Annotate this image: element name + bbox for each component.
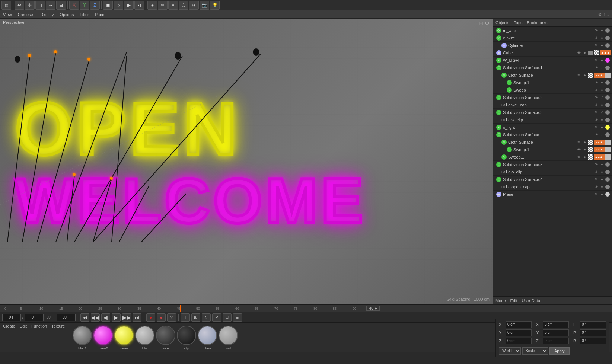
coord-b-input[interactable] — [580, 338, 606, 344]
om-item-subdiv6[interactable]: ⬡ Subdivision Surface.4 👁 ● — [493, 176, 612, 183]
render-btn[interactable]: ▷ — [114, 1, 123, 10]
undo-btn[interactable]: ↩ — [15, 1, 24, 10]
coord-sx-input[interactable] — [543, 321, 569, 328]
material-neon2[interactable]: neon2 — [93, 326, 113, 350]
visibility-cam-icon[interactable]: 👁 — [593, 28, 599, 33]
material-clip[interactable]: clip — [177, 326, 196, 350]
menu-filter[interactable]: Filter — [80, 12, 89, 17]
om-item-subdiv2[interactable]: ⬡ Subdivision Surface.2 👁 ✓ — [493, 94, 612, 101]
coord-y-input[interactable] — [506, 329, 532, 336]
mode-btn-edit[interactable]: Edit — [510, 298, 517, 303]
om-item-sweep3[interactable]: ↻ Sweep.1 👁 ● ▲▲▲ — [493, 146, 612, 153]
x-axis-btn[interactable]: X — [69, 1, 79, 10]
visibility-render-icon[interactable]: ● — [599, 28, 605, 33]
param-tool-btn[interactable]: P — [212, 313, 221, 322]
om-item-sweep4[interactable]: ↻ Sweep.1 👁 ● ▲▲▲ — [493, 153, 612, 161]
coord-z-input[interactable] — [506, 338, 532, 344]
z-axis-btn[interactable]: Z — [90, 1, 100, 10]
om-item-e_wire[interactable]: ⟳ e_wire 👁 ● — [493, 34, 612, 42]
menu-options[interactable]: Options — [60, 12, 74, 17]
material-mat[interactable]: Mat — [135, 326, 154, 350]
go-end-btn[interactable]: ⏭ — [133, 313, 141, 322]
next-frame-btn[interactable]: ▶▶ — [122, 313, 131, 322]
rotate-tool-btn2[interactable]: ↻ — [202, 313, 211, 322]
scale-btn[interactable]: ⊞ — [56, 1, 66, 10]
mat-tab-function[interactable]: Function — [31, 324, 47, 328]
menu-view[interactable]: View — [3, 12, 12, 17]
om-item-plane[interactable]: ▬ Plane 👁 ● — [493, 191, 612, 198]
om-item-lo-o-clip[interactable]: Lo Lo o_clip 👁 ● — [493, 168, 612, 176]
om-item-subdiv1[interactable]: ⬡ Subdivision Surface.1 👁 ✓ — [493, 64, 612, 71]
material-wall[interactable]: wall — [219, 326, 238, 350]
mat-tab-texture[interactable]: Texture — [51, 324, 65, 328]
om-item-subdiv3[interactable]: ⬡ Subdivision Surface.3 👁 ✓ — [493, 109, 612, 116]
frame-end-input[interactable] — [57, 314, 76, 321]
record-btn[interactable]: ● — [146, 313, 155, 322]
coord-mode-dropdown[interactable]: Scale Absolute — [522, 347, 548, 355]
viewport[interactable]: Perspective ⊞ ⚙ OPEN WELCOME — [0, 19, 493, 304]
om-item-cloth1[interactable]: ≈ Cloth Surface 👁 ● ▲▲▲ — [493, 71, 612, 79]
om-header-objects[interactable]: Objects — [495, 20, 509, 25]
coord-h-input[interactable] — [580, 321, 606, 328]
coord-x-input[interactable] — [506, 321, 532, 328]
poly-pen-btn[interactable]: ✦ — [168, 1, 178, 10]
mat-tab-create[interactable]: Create — [3, 324, 15, 328]
coord-space-dropdown[interactable]: World Object — [499, 347, 521, 355]
material-neon[interactable]: neon — [114, 326, 134, 350]
prev-frame-btn[interactable]: ◀ — [101, 313, 110, 322]
om-item-lo-open-cap[interactable]: Lo Lo open_cap 👁 ● — [493, 183, 612, 191]
paint-btn[interactable]: ✏ — [158, 1, 168, 10]
light-btn[interactable]: 💡 — [210, 1, 220, 10]
y-axis-btn[interactable]: Y — [80, 1, 89, 10]
om-item-subdiv4[interactable]: ⬡ Subdivision Surface 👁 ✓ — [493, 131, 612, 138]
live-select-btn[interactable]: ◻ — [35, 1, 45, 10]
apply-button[interactable]: Apply — [549, 347, 570, 355]
help-btn[interactable]: ? — [167, 313, 176, 322]
om-item-subdiv5[interactable]: ⬡ Subdivision Surface.5 👁 ● — [493, 161, 612, 168]
render-all-btn[interactable]: ⏯ — [134, 1, 144, 10]
om-item-w-light[interactable]: ☀ W_LIGHT 👁 ● — [493, 57, 612, 64]
scale-tool-btn2[interactable]: ⊞ — [191, 313, 200, 322]
om-item-sweep2[interactable]: ↻ Sweep 👁 ● — [493, 86, 612, 94]
om-header-bookmarks[interactable]: Bookmarks — [527, 20, 548, 25]
om-item-sweep1[interactable]: ↻ Sweep.1 👁 ● — [493, 79, 612, 86]
om-item-cloth2[interactable]: ≈ Cloth Surface 👁 ● ▲▲▲ — [493, 138, 612, 146]
om-item-lo-wel-cap[interactable]: Lo Lo wel_cap 👁 ● — [493, 101, 612, 109]
om-header-tags[interactable]: Tags — [514, 20, 522, 25]
coord-sy-input[interactable] — [543, 329, 569, 336]
select-btn[interactable]: ✛ — [25, 1, 35, 10]
om-item-m_wire[interactable]: ⟳ m_wire 👁 ● — [493, 27, 612, 34]
prev-key-btn[interactable]: ◀◀ — [91, 313, 100, 322]
coord-p-input[interactable] — [580, 329, 606, 336]
perspective-btn[interactable]: ◈ — [147, 1, 157, 10]
om-item-o-light[interactable]: ☀ o_light 👁 ● — [493, 124, 612, 131]
coord-sz-input[interactable] — [543, 338, 569, 344]
hair-btn[interactable]: ≋ — [189, 1, 199, 10]
visibility-cam-icon-2[interactable]: 👁 — [593, 35, 599, 41]
om-item-cylinder[interactable]: ▲ Cylinder 👁 ● — [493, 42, 612, 49]
render-region-btn[interactable]: ▣ — [103, 1, 113, 10]
menu-display[interactable]: Display — [40, 12, 54, 17]
move-btn[interactable]: ↔ — [46, 1, 55, 10]
mode-btn-userdata[interactable]: User Data — [522, 298, 541, 303]
auto-key-btn[interactable]: ● — [157, 313, 166, 322]
grid-tool-btn[interactable]: ⊞ — [223, 313, 232, 322]
frame-start-input[interactable] — [2, 314, 21, 321]
om-item-cube[interactable]: ■ Cube 👁 ● ▲▲▲ — [493, 49, 612, 57]
sculpt-btn[interactable]: ⬡ — [179, 1, 188, 10]
frame-current-input[interactable] — [25, 314, 44, 321]
app-menu-btn[interactable]: ▤ — [1, 1, 11, 10]
motion-cam-btn[interactable]: 📷 — [200, 1, 209, 10]
mode-btn-mode[interactable]: Mode — [495, 298, 506, 303]
play-btn[interactable]: ▶ — [112, 313, 121, 322]
visibility-render-icon-2[interactable]: ● — [599, 35, 605, 41]
move-tool-btn2[interactable]: ✛ — [181, 313, 190, 322]
menu-panel[interactable]: Panel — [95, 12, 105, 17]
list-tool-btn[interactable]: ≡ — [233, 313, 242, 322]
menu-cameras[interactable]: Cameras — [18, 12, 35, 17]
material-wire[interactable]: wire — [156, 326, 175, 350]
om-item-lo-w-clip[interactable]: Lo Lo w_clip 👁 ● — [493, 116, 612, 124]
mat-tab-edit[interactable]: Edit — [20, 324, 27, 328]
material-glass[interactable]: glass — [198, 326, 217, 350]
material-mat1[interactable]: Mat.1 — [73, 326, 92, 350]
